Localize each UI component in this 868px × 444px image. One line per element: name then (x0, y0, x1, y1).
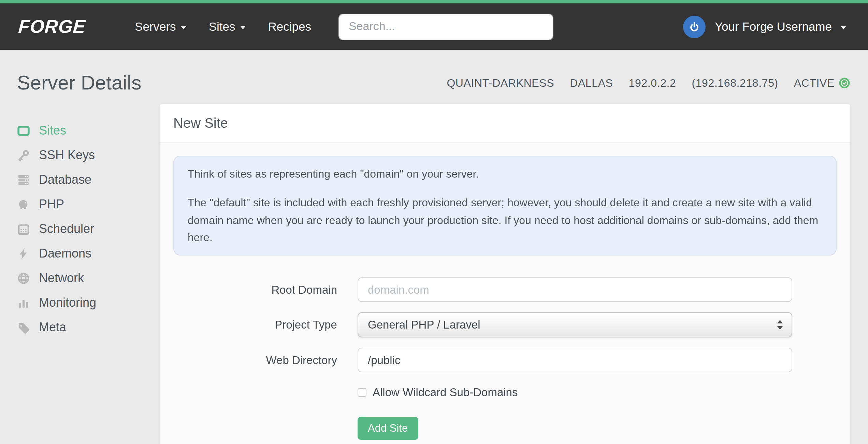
web-directory-row: Web Directory (173, 348, 837, 372)
nav-item-recipes[interactable]: Recipes (268, 19, 311, 34)
project-type-row: Project Type General PHP / Laravel (173, 312, 837, 337)
root-domain-input[interactable] (358, 277, 792, 302)
content-area: Server Details QUAINT-DARKNESS DALLAS 19… (0, 72, 868, 444)
nav-item-servers[interactable]: Servers (135, 19, 186, 34)
username-label: Your Forge Username (715, 19, 832, 34)
wildcard-row: Allow Wildcard Sub-Domains (358, 386, 837, 399)
root-domain-label: Root Domain (173, 283, 358, 296)
sidebar-item-sites[interactable]: Sites (17, 118, 160, 143)
bar-chart-icon (17, 296, 30, 309)
web-directory-input[interactable] (358, 348, 792, 372)
server-status: ACTIVE (794, 77, 835, 89)
key-icon (17, 149, 30, 162)
chevron-down-icon (181, 26, 186, 29)
card-body: Think of sites as representing each "dom… (160, 143, 850, 444)
sidebar-item-php[interactable]: PHP (17, 192, 160, 217)
sidebar: Sites SSH Keys (17, 104, 160, 339)
user-menu[interactable]: Your Forge Username (683, 15, 846, 38)
page-header: Server Details QUAINT-DARKNESS DALLAS 19… (17, 72, 850, 94)
info-paragraph-2: The "default" site is included with each… (188, 194, 822, 246)
server-ip: 192.0.2.2 (629, 77, 676, 89)
nav-links: Servers Sites Recipes (135, 19, 311, 34)
lightning-icon (17, 247, 30, 260)
add-site-button[interactable]: Add Site (358, 417, 418, 440)
main-row: Sites SSH Keys (17, 104, 850, 444)
web-directory-label: Web Directory (173, 353, 358, 366)
server-region: DALLAS (570, 77, 613, 89)
sidebar-item-meta[interactable]: Meta (17, 315, 160, 339)
elephant-icon (17, 198, 30, 211)
server-name: QUAINT-DARKNESS (447, 77, 554, 89)
page-title: Server Details (17, 72, 141, 94)
globe-icon (17, 272, 30, 285)
server-stack-icon (17, 173, 30, 186)
tag-icon (17, 321, 30, 334)
top-navbar: FORGE Servers Sites Recipes (0, 0, 868, 50)
forge-logo[interactable]: FORGE (18, 16, 86, 37)
browser-window-icon (17, 124, 30, 137)
power-icon (688, 20, 701, 33)
root-domain-row: Root Domain (173, 277, 837, 302)
card-header: New Site (160, 104, 850, 143)
sidebar-item-network[interactable]: Network (17, 266, 160, 290)
chevron-down-icon (841, 26, 846, 29)
select-arrows-icon (777, 320, 783, 330)
project-type-select[interactable]: General PHP / Laravel (358, 312, 792, 337)
sidebar-item-monitoring[interactable]: Monitoring (17, 290, 160, 315)
new-site-card: New Site Think of sites as representing … (160, 104, 850, 444)
calendar-icon (17, 222, 30, 235)
info-box: Think of sites as representing each "dom… (173, 156, 837, 255)
info-paragraph-1: Think of sites as representing each "dom… (188, 165, 822, 183)
project-type-selected-value: General PHP / Laravel (368, 318, 480, 331)
card-title: New Site (173, 115, 228, 131)
server-private-ip: (192.168.218.75) (692, 77, 778, 89)
server-meta: QUAINT-DARKNESS DALLAS 192.0.2.2 (192.16… (447, 77, 850, 89)
chevron-down-icon (240, 26, 245, 29)
search-wrap (338, 13, 553, 40)
avatar (683, 15, 706, 38)
search-input[interactable] (338, 13, 553, 40)
sidebar-item-database[interactable]: Database (17, 167, 160, 192)
nav-item-sites[interactable]: Sites (209, 19, 246, 34)
submit-row: Add Site (358, 417, 837, 440)
sidebar-item-scheduler[interactable]: Scheduler (17, 217, 160, 241)
forge-app: FORGE Servers Sites Recipes (0, 0, 868, 444)
wildcard-checkbox[interactable] (358, 388, 366, 397)
check-circle-icon (839, 77, 850, 89)
project-type-label: Project Type (173, 318, 358, 331)
wildcard-label: Allow Wildcard Sub-Domains (373, 386, 518, 399)
status-badge: ACTIVE (794, 77, 850, 89)
sidebar-item-ssh-keys[interactable]: SSH Keys (17, 143, 160, 167)
sidebar-item-daemons[interactable]: Daemons (17, 241, 160, 266)
